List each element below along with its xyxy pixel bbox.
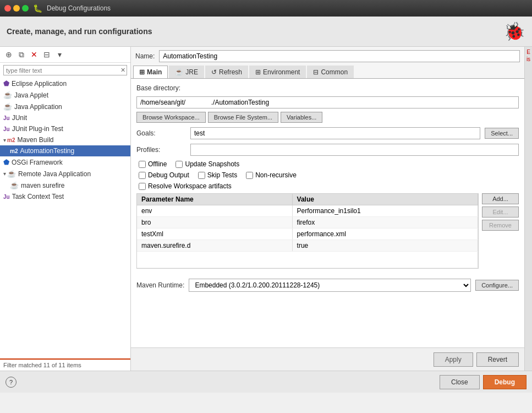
maximize-window-button[interactable] — [22, 5, 29, 12]
sidebar-item-automation-testing[interactable]: m2 AutomationTesting — [0, 145, 130, 156]
window-controls[interactable] — [4, 5, 29, 12]
non-recursive-checkbox-label[interactable]: Non-recursive — [246, 171, 297, 179]
configure-maven-button[interactable]: Configure... — [475, 280, 519, 291]
refresh-tab-icon: ↺ — [211, 68, 217, 76]
sidebar-item-task-context[interactable]: Ju Task Context Test — [0, 191, 130, 202]
debug-output-checkbox[interactable] — [139, 172, 146, 179]
table-row[interactable]: testXml performance.xml — [137, 229, 478, 240]
non-recursive-checkbox[interactable] — [246, 172, 253, 179]
sidebar-item-osgi[interactable]: ⬟ OSGi Framework — [0, 156, 130, 168]
browse-workspace-button[interactable]: Browse Workspace... — [136, 112, 206, 123]
tab-main[interactable]: ⊞ Main — [133, 66, 168, 78]
maven-runtime-label: Maven Runtime: — [136, 281, 184, 289]
sidebar-item-label: Java Applet — [14, 91, 48, 99]
parameter-table-section: Parameter Name Value env Performance_in1… — [136, 193, 519, 273]
table-row[interactable]: maven.surefire.d true — [137, 240, 478, 252]
remote-java-icon: ☕ — [7, 170, 16, 178]
dialog-title: Create, manage, and run configurations — [7, 27, 152, 36]
collapse-all-button[interactable]: ⊟ — [41, 49, 52, 60]
sidebar-item-junit-plugin[interactable]: Ju JUnit Plug-in Test — [0, 123, 130, 134]
offline-checkbox-label[interactable]: Offline — [139, 160, 167, 168]
bottom-bar: Apply Revert — [131, 347, 524, 371]
add-param-button[interactable]: Add... — [482, 193, 519, 204]
osgi-icon: ⬟ — [3, 158, 9, 166]
sidebar-item-label: Remote Java Application — [18, 170, 91, 178]
footer-right: Close Debug — [440, 375, 526, 389]
sidebar-item-label: JUnit — [12, 114, 27, 122]
base-directory-row: Base directory: — [136, 84, 519, 92]
update-snapshots-checkbox[interactable] — [175, 161, 183, 168]
table-row[interactable]: bro firefox — [137, 217, 478, 229]
dialog-header: Create, manage, and run configurations 🐞 — [0, 17, 532, 47]
common-tab-icon: ⊟ — [313, 68, 319, 76]
tab-jre[interactable]: ☕ JRE — [169, 66, 204, 78]
revert-button[interactable]: Revert — [476, 352, 519, 367]
tab-common[interactable]: ⊟ Common — [307, 66, 354, 78]
param-name-cell: env — [137, 205, 292, 217]
skip-tests-checkbox[interactable] — [198, 172, 205, 179]
debug-output-checkbox-label[interactable]: Debug Output — [139, 171, 189, 179]
sidebar-item-label: Task Context Test — [12, 193, 64, 200]
param-table: Parameter Name Value env Performance_in1… — [137, 194, 478, 268]
duplicate-config-button[interactable]: ⧉ — [16, 49, 27, 60]
remove-param-button[interactable]: Remove — [482, 220, 519, 231]
delete-config-button[interactable]: ✕ — [29, 49, 40, 60]
sidebar-item-maven-surefire[interactable]: ☕ maven surefire — [0, 180, 130, 191]
checkboxes-row-3: Resolve Workspace artifacts — [136, 182, 519, 190]
browse-filesystem-button[interactable]: Browse File System... — [208, 112, 278, 123]
java-applet-icon: ☕ — [3, 91, 12, 99]
jre-tab-icon: ☕ — [175, 68, 183, 76]
sidebar-item-java-applet[interactable]: ☕ Java Applet — [0, 89, 130, 101]
sidebar-toolbar: ⊕ ⧉ ✕ ⊟ ▾ — [0, 47, 130, 63]
maven-runtime-row: Maven Runtime: Embedded (3.0.2/1.0.200.2… — [136, 279, 519, 292]
resolve-workspace-checkbox[interactable] — [139, 183, 146, 190]
sidebar-item-label: AutomationTesting — [20, 147, 74, 155]
sidebar-item-label: Java Application — [14, 103, 62, 111]
sidebar-item-eclipse-app[interactable]: ⬟ Eclipse Application — [0, 78, 130, 89]
skip-tests-checkbox-label[interactable]: Skip Tests — [198, 171, 237, 179]
debug-button[interactable]: Debug — [483, 375, 526, 389]
search-input[interactable] — [4, 66, 119, 75]
minimize-window-button[interactable] — [13, 5, 20, 12]
maven-runtime-select[interactable]: Embedded (3.0.2/1.0.200.20111228-1245) — [189, 279, 471, 292]
tab-environment[interactable]: ⊞ Environment — [249, 66, 306, 78]
param-value-cell: Performance_in1silo1 — [292, 205, 478, 217]
goals-input[interactable] — [190, 127, 480, 139]
new-config-button[interactable]: ⊕ — [3, 49, 14, 60]
sidebar-item-junit[interactable]: Ju JUnit — [0, 112, 130, 123]
resolve-workspace-checkbox-label[interactable]: Resolve Workspace artifacts — [139, 182, 232, 190]
right-edge-indicator-1: E — [526, 49, 530, 55]
sidebar-item-java-app[interactable]: ☕ Java Application — [0, 101, 130, 112]
close-button[interactable]: Close — [440, 375, 480, 389]
select-goals-button[interactable]: Select... — [485, 128, 519, 139]
sidebar-item-remote-java[interactable]: ▾ ☕ Remote Java Application — [0, 168, 130, 180]
search-clear-button[interactable]: ✕ — [119, 66, 127, 75]
more-options-button[interactable]: ▾ — [54, 49, 65, 60]
apply-button[interactable]: Apply — [434, 352, 473, 367]
help-button[interactable]: ? — [6, 377, 17, 388]
variables-button[interactable]: Variables... — [281, 112, 322, 123]
profiles-input[interactable] — [190, 144, 519, 156]
base-directory-input[interactable] — [136, 96, 519, 108]
offline-checkbox[interactable] — [139, 161, 146, 168]
sidebar-item-label: JUnit Plug-in Test — [12, 125, 63, 133]
param-table-wrapper: Parameter Name Value env Performance_in1… — [136, 193, 479, 269]
param-name-cell: maven.surefire.d — [137, 240, 292, 252]
surefire-icon: ☕ — [10, 181, 19, 189]
search-box[interactable]: ✕ — [3, 65, 127, 75]
table-row[interactable]: env Performance_in1silo1 — [137, 205, 478, 217]
name-input[interactable] — [159, 50, 520, 62]
base-directory-label: Base directory: — [136, 84, 186, 92]
checkboxes-row-1: Offline Update Snapshots — [136, 160, 519, 168]
edit-param-button[interactable]: Edit... — [482, 206, 519, 218]
sidebar-footer: Filter matched 11 of 11 items — [0, 358, 130, 371]
update-snapshots-checkbox-label[interactable]: Update Snapshots — [175, 160, 239, 168]
tab-refresh[interactable]: ↺ Refresh — [205, 66, 248, 78]
tabs-bar: ⊞ Main ☕ JRE ↺ Refresh ⊞ Environment ⊟ C… — [131, 66, 524, 79]
sidebar-item-maven-build[interactable]: ▾ m2 Maven Build — [0, 134, 130, 145]
name-row: Name: — [131, 47, 524, 66]
goals-row: Goals: Select... — [136, 127, 519, 139]
debug-icon: 🐞 — [503, 21, 525, 42]
close-window-button[interactable] — [4, 5, 11, 12]
task-context-icon: Ju — [3, 194, 10, 200]
